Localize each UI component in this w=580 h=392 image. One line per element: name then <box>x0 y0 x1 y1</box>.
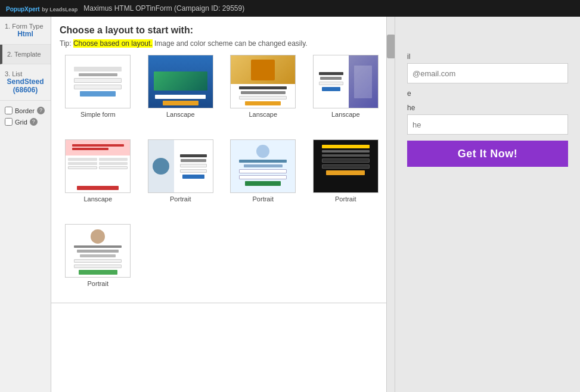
layout-label-portrait-2: Portrait <box>253 195 274 203</box>
layout-item-portrait-3[interactable]: Portrait <box>308 139 384 218</box>
layout-thumb-lanscape-1[interactable] <box>148 55 213 108</box>
tip-highlight: Choose based on layout. <box>73 39 153 48</box>
layout-item-lanscape-3[interactable]: Lanscape <box>308 55 384 133</box>
grid-checkbox[interactable] <box>5 118 13 126</box>
step2-label: 2. Template <box>7 51 46 58</box>
layout-label-portrait-4: Portrait <box>88 280 108 287</box>
field2-group: e <box>407 89 568 98</box>
step3-value: SendSteed(68606) <box>5 77 46 94</box>
email-input[interactable] <box>407 63 568 83</box>
sidebar-item-list[interactable]: 3. List SendSteed(68606) <box>0 64 51 101</box>
main-layout: 1. Form Type Html 2. Template 3. List Se… <box>0 17 580 392</box>
layout-label-simple-form: Simple form <box>80 111 116 118</box>
layout-label-lanscape-4: Lanscape <box>83 195 112 203</box>
layout-item-simple-form[interactable]: Simple form <box>60 55 137 133</box>
grid-label: Grid <box>15 119 27 126</box>
bottom-area <box>51 303 395 392</box>
step3-label: 3. List <box>5 70 46 77</box>
sidebar: 1. Form Type Html 2. Template 3. List Se… <box>0 17 51 392</box>
layout-label-lanscape-3: Lanscape <box>331 111 360 118</box>
field3-group: he <box>407 104 568 135</box>
field2-label: e <box>407 89 568 98</box>
layout-label-lanscape-1: Lanscape <box>166 111 195 118</box>
email-field-group: il <box>407 52 568 83</box>
chooser-tip: Tip: Choose based on layout. Image and c… <box>60 39 386 48</box>
grid-checkbox-label[interactable]: Grid ? <box>5 118 46 126</box>
scrollbar-thumb[interactable] <box>387 35 395 58</box>
step1-value: Html <box>5 30 46 38</box>
sidebar-item-form-type[interactable]: 1. Form Type Html <box>0 17 51 45</box>
layout-item-lanscape-1[interactable]: Lanscape <box>142 55 219 133</box>
field3-input[interactable] <box>407 114 568 135</box>
layout-label-portrait-3: Portrait <box>335 195 356 203</box>
layout-item-portrait-4[interactable]: Portrait <box>60 224 137 303</box>
sidebar-extra-options: Border ? Grid ? <box>0 101 51 135</box>
sidebar-item-template[interactable]: 2. Template <box>0 45 51 64</box>
form-preview: il e he Get It Now! <box>395 41 580 179</box>
layout-item-portrait-2[interactable]: Portrait <box>225 139 302 218</box>
topbar: PopupXpert by LeadsLeap Maximus HTML OPT… <box>0 0 580 17</box>
layout-grid: Simple form Lanscape <box>60 55 386 303</box>
layout-thumb-lanscape-3[interactable] <box>313 55 379 108</box>
border-label: Border <box>15 107 35 114</box>
get-it-now-button[interactable]: Get It Now! <box>407 141 568 167</box>
tip-prefix: Tip: <box>60 39 72 48</box>
layout-thumb-portrait-3[interactable] <box>313 139 379 193</box>
layout-thumb-portrait-4[interactable] <box>65 224 131 278</box>
brand-sub: by LeadsLeap <box>42 7 77 13</box>
campaign-title: Maximus HTML OPTinForm (Campaign ID: 295… <box>83 4 244 13</box>
layout-label-lanscape-2: Lanscape <box>249 111 277 118</box>
scrollbar-track[interactable] <box>386 17 395 392</box>
center-panel: Choose a layout to start with: Tip: Choo… <box>51 17 395 392</box>
field3-label: he <box>407 104 568 112</box>
layout-item-lanscape-4[interactable]: Lanscape <box>60 139 137 218</box>
brand-name: PopupXpert <box>6 6 40 13</box>
tip-suffix: Image and color scheme can be changed ea… <box>154 39 308 48</box>
brand-logo: PopupXpert by LeadsLeap <box>6 4 77 13</box>
layout-label-portrait-1: Portrait <box>170 195 191 203</box>
border-checkbox-label[interactable]: Border ? <box>5 107 46 114</box>
layout-item-portrait-1[interactable]: Portrait <box>142 139 219 218</box>
email-label: il <box>407 52 568 61</box>
border-checkbox[interactable] <box>5 107 13 114</box>
layout-thumb-portrait-1[interactable] <box>148 139 213 193</box>
layout-thumb-lanscape-2[interactable] <box>230 55 296 108</box>
grid-help-icon[interactable]: ? <box>30 118 38 126</box>
chooser-title: Choose a layout to start with: <box>60 25 386 36</box>
layout-chooser: Choose a layout to start with: Tip: Choo… <box>51 17 395 303</box>
layout-thumb-portrait-2[interactable] <box>230 139 296 193</box>
layout-thumb-simple-form[interactable] <box>65 55 131 108</box>
right-panel: il e he Get It Now! <box>395 17 580 392</box>
layout-item-lanscape-2[interactable]: Lanscape <box>225 55 302 133</box>
layout-thumb-lanscape-4[interactable] <box>65 139 131 193</box>
step1-label: 1. Form Type <box>5 23 46 30</box>
border-help-icon[interactable]: ? <box>37 107 45 114</box>
